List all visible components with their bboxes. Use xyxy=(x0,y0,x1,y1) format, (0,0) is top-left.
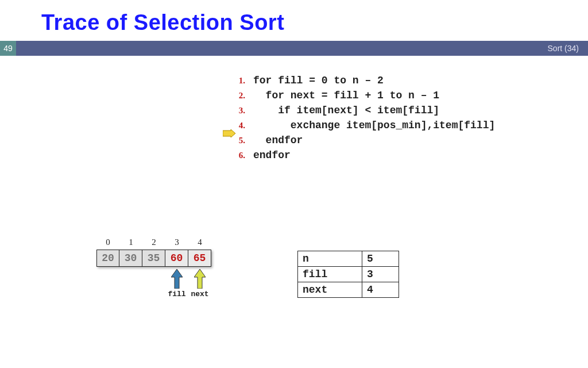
code-line-text: if item[next] < item[fill] xyxy=(253,105,439,116)
array-cell: 20 xyxy=(96,250,119,267)
code-line-text: for next = fill + 1 to n – 1 xyxy=(253,90,439,101)
code-line-number: 2. xyxy=(221,91,253,101)
pseudocode-block: 1.for fill = 0 to n – 22. for next = fil… xyxy=(221,75,495,164)
array-cells-row: 2030356065 xyxy=(96,250,211,267)
code-line: 4. exchange item[pos_min],item[fill] xyxy=(221,120,495,131)
up-arrow-icon xyxy=(171,269,183,289)
svg-marker-1 xyxy=(171,269,183,289)
pointer-slot xyxy=(165,269,188,289)
var-name: n xyxy=(298,251,362,267)
table-row: next4 xyxy=(298,282,399,298)
array-index: 4 xyxy=(188,237,211,247)
table-row: n5 xyxy=(298,251,399,267)
pointer-label xyxy=(119,290,142,298)
code-line-number: 5. xyxy=(221,136,253,145)
code-line: 5. endfor xyxy=(221,135,495,146)
array-index: 2 xyxy=(142,237,165,247)
code-line-number: 3. xyxy=(221,106,253,116)
code-line-text: exchange item[pos_min],item[fill] xyxy=(253,120,495,131)
pointer-slot xyxy=(96,269,119,289)
array-cell: 30 xyxy=(119,250,142,267)
pointer-label xyxy=(142,290,165,298)
array-pointer-arrows xyxy=(96,269,211,289)
table-row: fill3 xyxy=(298,267,399,282)
code-line-text: for fill = 0 to n – 2 xyxy=(253,75,384,86)
array-visualization: 01234 2030356065 fillnext xyxy=(96,237,211,298)
code-line-number: 1. xyxy=(221,76,253,86)
svg-marker-2 xyxy=(194,269,206,289)
header-bar: 49 Sort (34) xyxy=(0,41,588,56)
code-line: 1.for fill = 0 to n – 2 xyxy=(221,75,495,86)
pointer-label: fill xyxy=(165,290,188,298)
var-value: 4 xyxy=(362,282,399,298)
pointer-slot xyxy=(119,269,142,289)
code-line-number: 4. xyxy=(221,121,253,131)
array-cell: 60 xyxy=(165,250,188,267)
code-line: 2. for next = fill + 1 to n – 1 xyxy=(221,90,495,101)
array-indices-row: 01234 xyxy=(96,237,211,247)
var-value: 3 xyxy=(362,267,399,282)
variables-table: n5fill3next4 xyxy=(297,251,399,298)
up-arrow-icon xyxy=(194,269,206,289)
array-index: 0 xyxy=(96,237,119,247)
pointer-slot xyxy=(188,269,211,289)
code-line: 6.endfor xyxy=(221,150,495,161)
pointer-slot xyxy=(142,269,165,289)
pointer-label xyxy=(96,290,119,298)
var-name: fill xyxy=(298,267,362,282)
var-name: next xyxy=(298,282,362,298)
slide-number: 49 xyxy=(0,41,16,56)
array-cell: 65 xyxy=(188,250,211,267)
array-index: 1 xyxy=(119,237,142,247)
code-line-text: endfor xyxy=(253,150,291,161)
code-line: 3. if item[next] < item[fill] xyxy=(221,105,495,116)
array-pointer-labels: fillnext xyxy=(96,290,211,298)
code-line-number: 6. xyxy=(221,151,253,160)
var-value: 5 xyxy=(362,251,399,267)
array-index: 3 xyxy=(165,237,188,247)
slide-title: Trace of Selection Sort xyxy=(0,0,588,41)
code-line-text: endfor xyxy=(253,135,303,146)
header-right-label: Sort (34) xyxy=(16,41,588,56)
array-cell: 35 xyxy=(142,250,165,267)
pointer-label: next xyxy=(188,290,211,298)
